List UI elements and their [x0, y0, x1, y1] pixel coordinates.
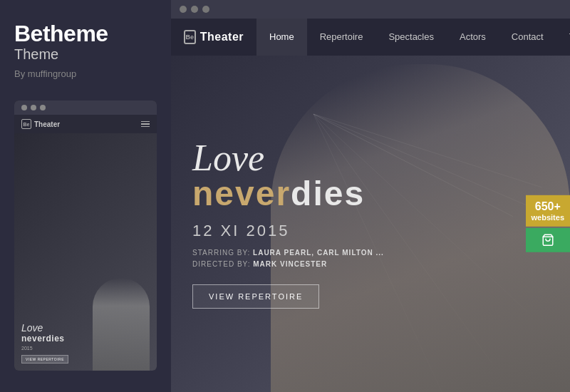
nav-item-tickets[interactable]: Tickets: [556, 19, 570, 56]
hero-cta-button[interactable]: VIEW REPERTOIRE: [192, 284, 319, 309]
nav-item-repertoire[interactable]: Repertoire: [307, 19, 376, 56]
hero-starring-text: STARRING BY: LAURA PEARL, CARL MILTON ..…: [192, 247, 384, 270]
hero-section: Love neverdies 12 XI 2015 STARRING BY: L…: [171, 56, 570, 392]
mini-hero-text: Love neverdies 2015 VIEW REPERTOIRE: [21, 322, 68, 363]
chrome-dot-3: [202, 6, 209, 13]
hero-content: Love neverdies 12 XI 2015 STARRING BY: L…: [171, 140, 384, 309]
mini-logo-area: Be Theater: [21, 119, 60, 129]
nav-item-spectacles[interactable]: Spectacles: [375, 19, 447, 56]
theater-logo-text: Theater: [200, 31, 244, 43]
mini-dot-3: [40, 105, 46, 110]
mini-hero-date: 2015: [21, 346, 68, 351]
theater-logo-area: Be Theater: [171, 30, 256, 44]
mini-dot-2: [31, 105, 36, 110]
brand-author: muffingroup: [28, 68, 76, 79]
hero-starring-names: LAURA PEARL, CARL MILTON ...: [253, 249, 384, 257]
mini-dot-1: [21, 105, 27, 110]
hero-dies-span: dies: [291, 175, 365, 212]
hero-neverdies-text: neverdies: [192, 177, 384, 211]
chrome-dot-1: [180, 6, 187, 13]
right-panel: Be Theater Home Repertoire Spectacles Ac…: [171, 0, 570, 392]
hero-love-text: Love: [192, 140, 384, 177]
mini-hero: Love neverdies 2015 VIEW REPERTOIRE: [14, 133, 157, 371]
brand-by-label: By: [14, 68, 25, 79]
theater-nav-items: Home Repertoire Spectacles Actors Contac…: [256, 19, 570, 56]
mini-hero-neverdies: neverdies: [21, 334, 68, 344]
hero-starring-label: STARRING BY:: [192, 249, 250, 257]
browser-chrome: [171, 0, 570, 19]
mini-hero-cta-btn[interactable]: VIEW REPERTOIRE: [21, 355, 68, 363]
side-badge-cart[interactable]: [526, 228, 570, 252]
hero-directed-label: DIRECTED BY:: [192, 260, 250, 268]
side-badge-count: 650+ websites: [526, 195, 570, 227]
mini-logo-text: Theater: [34, 120, 60, 128]
mini-logo-box: Be: [21, 119, 31, 129]
theater-logo-box: Be: [184, 30, 196, 44]
brand-by: By muffingroup: [14, 68, 157, 79]
hero-directed-name: MARK VINCESTER: [253, 260, 327, 268]
mini-hamburger-icon: [141, 121, 150, 128]
hero-date-text: 12 XI 2015: [192, 222, 384, 240]
nav-item-actors[interactable]: Actors: [447, 19, 499, 56]
cart-icon: [542, 234, 554, 247]
left-panel: Betheme Theme By muffingroup Be Theater: [0, 0, 171, 392]
theater-navbar: Be Theater Home Repertoire Spectacles Ac…: [171, 19, 570, 56]
brand-title: Betheme: [14, 21, 157, 46]
nav-item-contact[interactable]: Contact: [499, 19, 556, 56]
nav-item-home[interactable]: Home: [256, 19, 307, 56]
mini-hero-love: Love: [21, 322, 68, 334]
side-badge-sub: websites: [532, 213, 564, 222]
brand-subtitle: Theme: [14, 46, 157, 63]
mini-nav: Be Theater: [14, 115, 157, 133]
mini-titlebar: [14, 100, 157, 115]
mini-hero-figure: [93, 278, 150, 371]
side-badge-container: 650+ websites: [526, 195, 570, 252]
chrome-dot-2: [191, 6, 198, 13]
hero-never-span: never: [192, 175, 291, 212]
mini-preview-window: Be Theater Love neverdies 2015 VIEW REPE…: [14, 100, 157, 371]
side-badge-number: 650+: [532, 200, 564, 213]
